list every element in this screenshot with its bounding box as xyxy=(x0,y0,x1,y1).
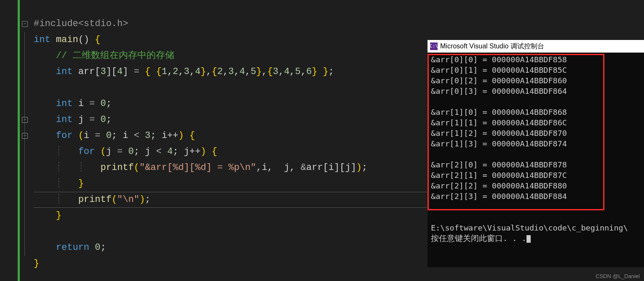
ident: j xyxy=(145,146,150,157)
console-titlebar[interactable]: C:\ Microsoft Visual Studio 调试控制台 xyxy=(428,40,644,53)
out-line: &arr[2][1] = 000000A14BBDF87C xyxy=(431,171,567,180)
change-indicator xyxy=(18,0,20,281)
num: 0 xyxy=(95,242,100,253)
string-literal: "\n" xyxy=(117,194,139,205)
out-line: &arr[1][2] = 000000A14BBDF870 xyxy=(431,129,567,138)
cursor-icon xyxy=(526,235,531,243)
fn-printf: printf xyxy=(78,194,112,205)
out-line: &arr[0][3] = 000000A14BBDF864 xyxy=(431,87,567,95)
source-code[interactable]: #include<stdio.h> int main() { // 二维数组在内… xyxy=(34,0,367,281)
keyword-int: int xyxy=(56,114,73,125)
include-target: <stdio.h> xyxy=(78,19,128,29)
ident-i: i xyxy=(78,98,84,109)
out-line: &arr[2][3] = 000000A14BBDF884 xyxy=(431,192,567,201)
fold-icon[interactable]: − xyxy=(22,133,28,139)
num: 4 xyxy=(117,66,123,77)
out-line: &arr[0][0] = 000000A14BBDF858 xyxy=(431,55,567,64)
fn-main: main xyxy=(56,34,78,45)
num: 3 xyxy=(100,66,106,77)
out-line: &arr[0][1] = 000000A14BBDF85C xyxy=(431,66,567,74)
arg: j xyxy=(284,162,289,173)
out-line: &arr[1][0] = 000000A14BBDF868 xyxy=(431,108,567,117)
num: 3 xyxy=(145,130,150,141)
string-literal: "&arr[%d][%d] = %p\n" xyxy=(139,162,256,173)
out-line: &arr[1][3] = 000000A14BBDF874 xyxy=(431,139,567,148)
keyword-int: int xyxy=(56,98,73,109)
incr: i++ xyxy=(162,130,179,141)
arg: i xyxy=(262,162,267,173)
preprocessor: #include xyxy=(34,19,78,29)
ident: i xyxy=(123,130,128,141)
ident: j xyxy=(106,146,112,157)
keyword-for: for xyxy=(56,130,73,141)
ident-arr: arr xyxy=(78,66,95,77)
debug-console-window[interactable]: C:\ Microsoft Visual Studio 调试控制台 &arr[0… xyxy=(428,40,644,267)
out-line: E:\software\VisualStudio\code\c_beginnin… xyxy=(431,223,628,232)
keyword-int: int xyxy=(56,66,73,77)
num: 0 xyxy=(100,114,106,125)
watermark-text: CSDN @L_Daniel xyxy=(596,273,640,279)
num: 0 xyxy=(128,146,134,157)
out-line: 按任意键关闭此窗口. . . xyxy=(431,234,526,243)
ident-j: j xyxy=(78,114,84,125)
num: 4 xyxy=(167,146,173,157)
num: 0 xyxy=(100,98,106,109)
num: 0 xyxy=(106,130,112,141)
incr: j++ xyxy=(184,146,201,157)
fn-printf: printf xyxy=(101,162,134,173)
out-line: &arr[1][1] = 000000A14BBDF86C xyxy=(431,118,567,127)
fold-icon[interactable]: − xyxy=(22,21,28,27)
keyword-for: for xyxy=(78,146,95,157)
visual-studio-icon: C:\ xyxy=(430,42,438,50)
keyword-return: return xyxy=(56,242,89,253)
out-line: &arr[2][0] = 000000A14BBDF878 xyxy=(431,160,567,169)
console-title-text: Microsoft Visual Studio 调试控制台 xyxy=(440,40,544,53)
keyword-int: int xyxy=(34,34,51,45)
out-line: &arr[2][2] = 000000A14BBDF880 xyxy=(431,181,567,190)
out-line: &arr[0][2] = 000000A14BBDF860 xyxy=(431,76,567,85)
comment: // 二维数组在内存中的存储 xyxy=(56,50,175,61)
fold-icon[interactable]: − xyxy=(22,117,28,123)
console-output[interactable]: &arr[0][0] = 000000A14BBDF858 &arr[0][1]… xyxy=(428,53,644,245)
ident: i xyxy=(84,130,89,141)
